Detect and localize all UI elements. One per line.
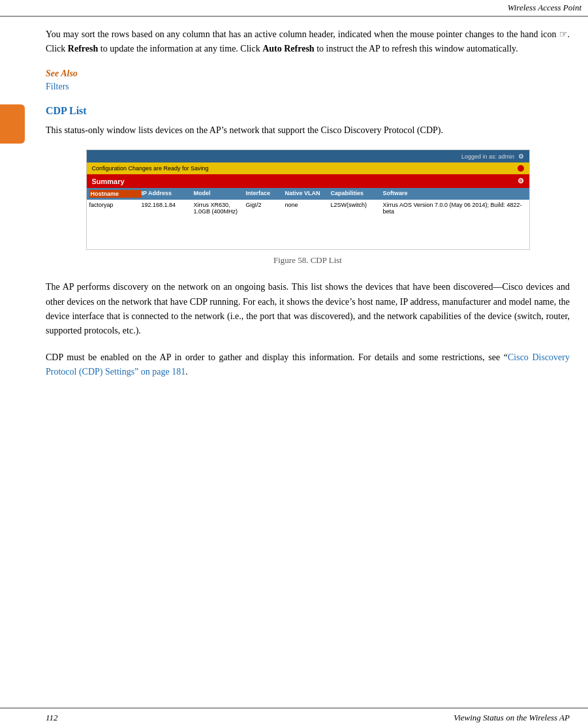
cdp-body2: The AP performs discovery on the network…: [46, 280, 570, 339]
content-area: You may sort the rows based on any colum…: [0, 17, 588, 707]
col-model-header: Model: [194, 190, 246, 198]
col-software-header: Software: [383, 190, 527, 198]
ap-warning-bar: Configuration Changes are Ready for Savi…: [87, 162, 529, 174]
footer-page-number: 112: [46, 713, 58, 723]
cdp-section-heading: CDP List: [46, 105, 570, 117]
col-vlan-header: Native VLAN: [285, 190, 331, 198]
ap-summary-gear-icon: ⚙: [518, 177, 524, 185]
cdp-body3: CDP must be enabled on the AP in order t…: [46, 350, 570, 380]
ap-warning-dot: [518, 165, 524, 172]
ap-topbar: Logged in as: admin ⚙: [87, 150, 529, 162]
col-caps-header: Capabilities: [331, 190, 383, 198]
intro-text4: to instruct the AP to refresh this windo…: [315, 44, 518, 54]
filters-link[interactable]: Filters: [46, 82, 570, 92]
cdp-body1: This status-only window lists devices on…: [46, 123, 570, 138]
intro-text1: You may sort the rows based on any colum…: [46, 29, 559, 39]
ap-warning-text: Configuration Changes are Ready for Savi…: [92, 165, 209, 172]
ap-summary-bar: Summary ⚙: [87, 174, 529, 188]
col-ip-header: IP Address: [142, 190, 194, 198]
cell-model: Xirrus XR630, 1.0GB (400MHz): [194, 202, 246, 215]
see-also-section: See Also Filters: [46, 69, 570, 92]
figure-caption: Figure 58. CDP List: [273, 255, 342, 266]
page-container: Wireless Access Point You may sort the r…: [0, 0, 588, 727]
ap-ui: Logged in as: admin ⚙ Configuration Chan…: [87, 150, 529, 249]
cdp-section: CDP List This status-only window lists d…: [46, 105, 570, 380]
footer-chapter-title: Viewing Status on the Wireless AP: [454, 713, 570, 723]
table-row: factoryap 192.168.1.84 Xirrus XR630, 1.0…: [87, 200, 529, 217]
col-hostname-header: Hostname: [89, 190, 142, 198]
intro-text3: to update the information at any time. C…: [98, 44, 262, 54]
cell-hostname: factoryap: [89, 202, 142, 215]
see-also-label: See Also: [46, 69, 570, 79]
cell-ip: 192.168.1.84: [142, 202, 194, 215]
orange-tab-decoration: [0, 104, 25, 144]
ap-empty-space: [87, 217, 529, 249]
page-footer: 112 Viewing Status on the Wireless AP: [0, 707, 588, 727]
refresh-label: Refresh: [68, 44, 98, 54]
auto-refresh-label: Auto Refresh: [262, 44, 314, 54]
col-interface-header: Interface: [246, 190, 285, 198]
body3-text1: CDP must be enabled on the AP in order t…: [46, 352, 508, 362]
page-header: Wireless Access Point: [0, 0, 588, 17]
cell-caps: L2SW(switch): [331, 202, 383, 215]
cell-vlan: none: [285, 202, 331, 215]
body3-text2: .: [185, 367, 188, 377]
header-title: Wireless Access Point: [508, 3, 581, 13]
cell-software: Xirrus AOS Version 7.0.0 (May 06 2014); …: [383, 202, 527, 215]
intro-paragraph: You may sort the rows based on any colum…: [46, 27, 570, 57]
cell-interface: GigI/2: [246, 202, 285, 215]
figure-container: Logged in as: admin ⚙ Configuration Chan…: [86, 149, 530, 276]
ap-logged-in: Logged in as: admin: [461, 153, 514, 160]
hand-icon: ☞: [559, 29, 568, 39]
cdp-screenshot: Logged in as: admin ⚙ Configuration Chan…: [86, 149, 530, 250]
ap-table-header: Hostname IP Address Model Interface Nati…: [87, 188, 529, 200]
ap-summary-label: Summary: [92, 178, 125, 185]
ap-topbar-gear-icon: ⚙: [518, 153, 524, 160]
